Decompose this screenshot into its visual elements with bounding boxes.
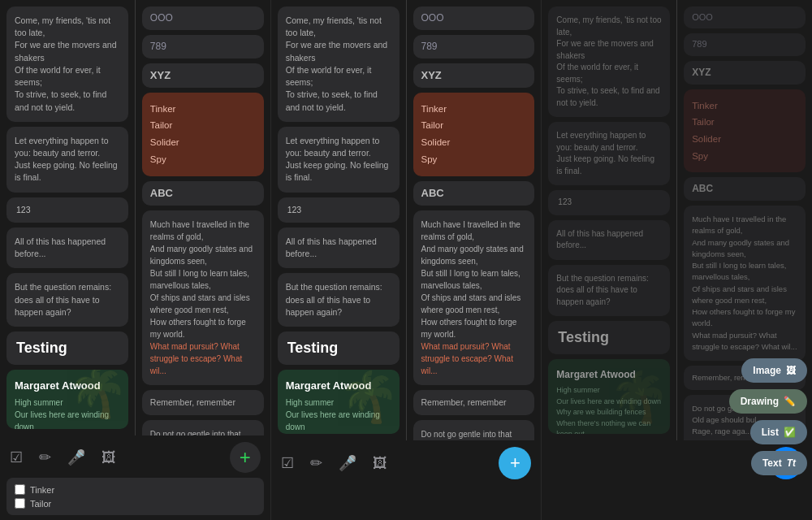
panel3-left-col: Come, my friends, 'tis not too late,For …: [542, 0, 676, 440]
panel1-toolbar: ☑ ✏ 🎤 🖼 +: [0, 436, 270, 478]
card-abc-3: ABC: [684, 177, 806, 201]
list-item-tailor-3: Tailor: [692, 114, 797, 131]
panel-2: Come, my friends, 'tis not too late,For …: [271, 0, 542, 520]
card-author-1a[interactable]: Margaret Atwood High summerOur lives her…: [6, 370, 128, 429]
list-item-tinker-3: Tinker: [692, 98, 797, 115]
card-before-2a: All of this has happened before...: [278, 228, 400, 268]
checkbox-tailor-1[interactable]: [15, 498, 25, 509]
toolbar-pencil-1[interactable]: ✏: [39, 448, 51, 466]
card-before-3a-text: All of this has happened before...: [556, 228, 662, 252]
xyz-text-1: XYZ: [150, 69, 171, 81]
image-btn-label: Image: [753, 365, 781, 376]
toolbar-pencil-2[interactable]: ✏: [310, 454, 322, 472]
abc-text-1: ABC: [150, 187, 173, 199]
card-question-3a-text: But the question remains: does all of th…: [556, 273, 662, 309]
card-123-1a-text: 123: [16, 204, 119, 216]
card-remember-1[interactable]: Remember, remember: [142, 390, 264, 415]
toolbar-checkmark-2[interactable]: ☑: [281, 454, 294, 472]
card-xyz-1[interactable]: XYZ: [142, 63, 264, 88]
panel1-left-col: Come, my friends, 'tis not too late,For …: [0, 0, 135, 436]
toolbar-image-2[interactable]: 🖼: [373, 455, 387, 472]
card-xyz-2[interactable]: XYZ: [413, 63, 535, 88]
list-item-tailor-2: Tailor: [421, 117, 527, 134]
card-keats-3: Much have I travelled in the realms of g…: [684, 206, 806, 361]
palm-icon-3a: 🌴: [609, 361, 670, 434]
float-btn-image[interactable]: Image 🖼: [741, 358, 807, 383]
list-icon: ✅: [784, 427, 796, 438]
list-item-spy-1: Spy: [150, 151, 256, 168]
panel2-right-col: OOO 789 XYZ Tinker Tailor Solider Spy AB…: [407, 0, 542, 440]
card-quote-3a: Let everything happen to you: beauty and…: [548, 122, 670, 185]
xyz-text-3: XYZ: [692, 67, 710, 78]
checkbox-tinker-label-1: Tinker: [30, 485, 54, 495]
card-quote-1a: Let everything happen to you: beauty and…: [6, 127, 128, 193]
poem-highlight-2: What mad pursuit? What struggle to escap…: [421, 342, 513, 375]
fab-plus-1[interactable]: +: [230, 442, 261, 473]
card-123-1a[interactable]: 123: [6, 197, 128, 223]
text-icon: Tt: [787, 457, 796, 469]
list-item-solider-3: Solider: [692, 131, 797, 148]
panel3-bottom-space: [542, 484, 812, 520]
ooo-text-1: OOO: [150, 12, 173, 24]
float-btn-text[interactable]: Text Tt: [751, 451, 807, 475]
card-123-3a-text: 123: [558, 197, 660, 209]
card-789-2[interactable]: 789: [413, 35, 535, 58]
card-question-1a-text: But the question remains: does all of th…: [15, 281, 120, 318]
card-poem-2a-text: Come, my friends, 'tis not too late,For …: [286, 15, 391, 114]
ooo-text-2: OOO: [421, 12, 444, 24]
789-text-2: 789: [421, 41, 438, 52]
panel-1: Come, my friends, 'tis not too late,For …: [0, 0, 271, 520]
card-author-3a: Margaret Atwood High summerOur lives her…: [548, 359, 670, 434]
card-quote-2a: Let everything happen to you: beauty and…: [278, 127, 400, 193]
ooo-text-3: OOO: [692, 12, 713, 22]
card-quote-1a-text: Let everything happen to you: beauty and…: [15, 135, 120, 184]
list-btn-label: List: [762, 427, 779, 438]
card-123-2a[interactable]: 123: [278, 197, 400, 223]
card-ooo-1[interactable]: OOO: [142, 6, 264, 30]
float-btn-list[interactable]: List ✅: [750, 420, 807, 444]
card-remember-2[interactable]: Remember, remember: [413, 390, 535, 415]
toolbar-mic-2[interactable]: 🎤: [339, 454, 356, 472]
checklist-tinker-1[interactable]: Tinker: [15, 483, 256, 496]
card-author-2a[interactable]: Margaret Atwood High summerOur lives her…: [278, 370, 400, 434]
list-item-spy-2: Spy: [421, 151, 527, 168]
checkbox-tinker-1[interactable]: [15, 484, 25, 495]
card-testing-2a[interactable]: Testing: [278, 332, 400, 365]
toolbar-mic-1[interactable]: 🎤: [67, 448, 85, 466]
toolbar-checkmark-1[interactable]: ☑: [10, 448, 23, 466]
card-testing-1a[interactable]: Testing: [6, 332, 128, 365]
remember-text-1: Remember, remember: [150, 396, 256, 409]
card-abc-1[interactable]: ABC: [142, 181, 264, 206]
list-item-tinker-1: Tinker: [150, 101, 256, 118]
list-item-spy-3: Spy: [692, 148, 797, 165]
card-before-1a-text: All of this has happened before...: [15, 236, 120, 260]
card-list-1[interactable]: Tinker Tailor Solider Spy: [142, 93, 264, 176]
card-poem-3a: Come, my friends, 'tis not too late,For …: [548, 6, 670, 117]
card-before-1a: All of this has happened before...: [6, 228, 128, 268]
card-poem-1a: Come, my friends, 'tis not too late,For …: [6, 6, 128, 122]
card-list-2[interactable]: Tinker Tailor Solider Spy: [413, 93, 535, 176]
card-xyz-3: XYZ: [684, 61, 806, 84]
panel-3: Come, my friends, 'tis not too late,For …: [542, 0, 812, 520]
card-789-3: 789: [684, 33, 806, 55]
drawing-icon: ✏️: [784, 396, 796, 407]
card-poem-1a-text: Come, my friends, 'tis not too late,For …: [15, 15, 120, 114]
card-abc-2[interactable]: ABC: [413, 181, 535, 206]
card-dylan-1: Do not go gentle into that good night,Ol…: [142, 420, 264, 436]
789-text-1: 789: [150, 41, 166, 52]
float-btn-drawing[interactable]: Drawing ✏️: [729, 389, 807, 414]
checkbox-tailor-label-1: Tailor: [30, 499, 51, 509]
xyz-text-2: XYZ: [421, 69, 442, 81]
toolbar-image-1[interactable]: 🖼: [102, 449, 116, 466]
text-btn-label: Text: [762, 457, 782, 469]
panel1-checklist: Tinker Tailor: [6, 478, 264, 515]
card-before-2a-text: All of this has happened before...: [286, 236, 391, 260]
checklist-tailor-1[interactable]: Tailor: [15, 496, 256, 510]
image-icon: 🖼: [786, 365, 796, 376]
remember-text-2: Remember, remember: [421, 396, 527, 409]
list-item-tinker-2: Tinker: [421, 101, 527, 118]
list-item-solider-1: Solider: [150, 134, 256, 151]
card-ooo-2[interactable]: OOO: [413, 6, 535, 30]
fab-plus-2[interactable]: +: [499, 447, 531, 479]
card-789-1[interactable]: 789: [142, 35, 264, 58]
